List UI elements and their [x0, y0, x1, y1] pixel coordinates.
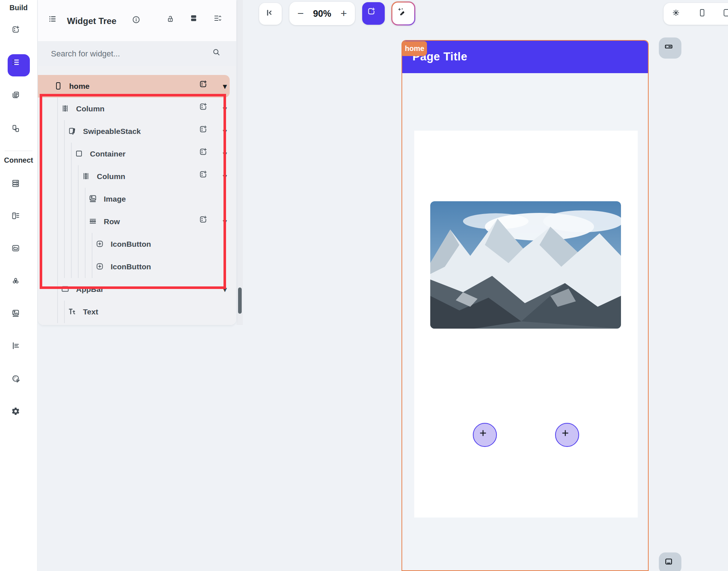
sidebar-item-widget-tree[interactable] — [8, 54, 30, 76]
zoom-out-button[interactable]: − — [297, 8, 304, 19]
add-widget-icon — [11, 25, 27, 40]
add-child-widget-icon[interactable] — [199, 80, 212, 93]
tree-item-text[interactable]: Text — [38, 301, 236, 323]
zoom-in-button[interactable]: + — [340, 8, 347, 19]
indent-guide — [64, 120, 65, 143]
appbar-element-button[interactable] — [659, 37, 681, 59]
tree-item-home[interactable]: home▾ — [38, 75, 230, 98]
nav-sidebar: Build Connect — [0, 0, 37, 571]
sidebar-item-media[interactable] — [8, 305, 30, 328]
swipeable-stack-card[interactable] — [414, 131, 638, 518]
preview-app-bar[interactable]: Page Title — [402, 41, 648, 73]
add-child-widget-icon[interactable] — [199, 102, 212, 115]
ai-generate-button[interactable] — [391, 1, 415, 25]
indent-guide — [64, 165, 65, 188]
sidebar-item-components[interactable] — [8, 120, 30, 143]
indent-guide — [78, 210, 79, 233]
sidebar-item-data-types[interactable] — [8, 208, 30, 230]
sidebar-item-add-widget[interactable] — [8, 21, 30, 44]
row-icon — [88, 217, 98, 227]
add-child-widget-icon[interactable] — [199, 147, 212, 160]
chevron-down-icon[interactable]: ▾ — [223, 149, 227, 159]
indent-guide — [64, 233, 65, 255]
add-child-widget-icon[interactable] — [199, 170, 212, 183]
chevron-down-icon[interactable]: ▾ — [223, 127, 227, 136]
tree-item-label: Container — [90, 150, 126, 158]
add-child-widget-icon[interactable] — [199, 215, 212, 228]
tree-item-label: Text — [83, 308, 98, 316]
search-input[interactable] — [51, 41, 197, 66]
unlock-icon[interactable] — [166, 15, 178, 26]
swipe-icon — [68, 127, 78, 136]
container-icon — [75, 149, 84, 159]
indent-guide — [57, 143, 58, 165]
tree-item-row[interactable]: Row▾ — [38, 210, 236, 233]
collapse-panel-button[interactable] — [259, 3, 282, 25]
chevron-down-icon[interactable]: ▾ — [223, 285, 227, 294]
chevron-down-icon[interactable]: ▾ — [223, 82, 227, 91]
sidebar-divider — [5, 151, 32, 151]
indent-guide — [57, 255, 58, 278]
icon-button-left[interactable] — [473, 423, 497, 447]
indent-guide — [78, 188, 79, 210]
tablet-device-icon[interactable] — [723, 8, 728, 19]
tree-item-image[interactable]: Image — [38, 188, 236, 210]
indent-guide — [92, 233, 92, 255]
tree-item-container[interactable]: Container▾ — [38, 143, 236, 165]
chevron-down-icon[interactable]: ▾ — [223, 172, 227, 181]
sidebar-item-theme[interactable] — [8, 370, 30, 393]
column-icon — [61, 104, 71, 114]
tree-options-icon[interactable] — [213, 14, 226, 27]
indent-guide — [64, 255, 65, 278]
tree-item-label: AppBar — [76, 285, 104, 294]
theme-palette-icon — [11, 374, 27, 389]
tree-item-label: Image — [104, 195, 126, 203]
sidebar-item-settings[interactable] — [8, 403, 30, 425]
settings-gear-icon — [11, 407, 27, 422]
indent-guide — [57, 233, 58, 255]
panel-title: Widget Tree — [67, 16, 116, 26]
indent-guide — [71, 210, 72, 233]
chevron-down-icon[interactable]: ▾ — [223, 217, 227, 226]
mountain-image[interactable] — [430, 201, 621, 329]
tree-item-iconbutton[interactable]: IconButton — [38, 255, 236, 278]
phone-device-icon[interactable] — [698, 8, 709, 19]
search-icon[interactable] — [212, 48, 223, 59]
tree-item-appbar[interactable]: AppBar▾ — [38, 278, 236, 301]
display-mode-toolbar — [664, 3, 728, 25]
tree-item-iconbutton[interactable]: IconButton — [38, 233, 236, 255]
tree-scrollbar-thumb[interactable] — [238, 288, 242, 314]
add-widget-button[interactable] — [362, 2, 385, 25]
image-icon — [88, 194, 98, 204]
collapse-rows-icon[interactable] — [189, 14, 202, 26]
icon-button-right[interactable] — [555, 423, 579, 447]
connect-section-label: Connect — [0, 156, 37, 164]
tree-item-swipeablestack[interactable]: SwipeableStack▾ — [38, 120, 236, 143]
light-mode-sun-icon[interactable] — [672, 8, 682, 19]
ai-magic-pen-icon — [396, 7, 410, 20]
sidebar-item-app-structure[interactable] — [8, 338, 30, 360]
indent-guide — [57, 120, 58, 143]
indent-guide — [85, 233, 86, 255]
sidebar-item-pages[interactable] — [8, 87, 30, 109]
tree-item-column[interactable]: Column▾ — [38, 165, 236, 188]
chevron-down-icon[interactable]: ▾ — [223, 104, 227, 114]
phone-preview-canvas[interactable]: Page Title home — [401, 40, 649, 571]
mountain-image-art — [430, 201, 621, 329]
tree-scrollbar-track[interactable] — [237, 0, 243, 325]
tree-item-column[interactable]: Column▾ — [38, 98, 236, 120]
sidebar-item-files[interactable] — [8, 240, 30, 262]
indent-guide — [57, 301, 58, 323]
page-name-tag[interactable]: home — [402, 41, 427, 56]
add-child-widget-icon[interactable] — [199, 125, 212, 138]
indent-guide — [71, 233, 72, 255]
iconbtn-icon — [95, 239, 105, 249]
tree-item-label: SwipeableStack — [83, 127, 141, 136]
sidebar-item-integrations[interactable] — [8, 273, 30, 296]
sidebar-item-database[interactable] — [8, 175, 30, 198]
tree-item-label: IconButton — [111, 262, 151, 271]
tree-item-label: IconButton — [111, 240, 151, 249]
info-icon[interactable] — [132, 15, 143, 26]
iconbtn-icon — [95, 262, 105, 272]
bottom-bar-element-button[interactable] — [659, 552, 681, 571]
